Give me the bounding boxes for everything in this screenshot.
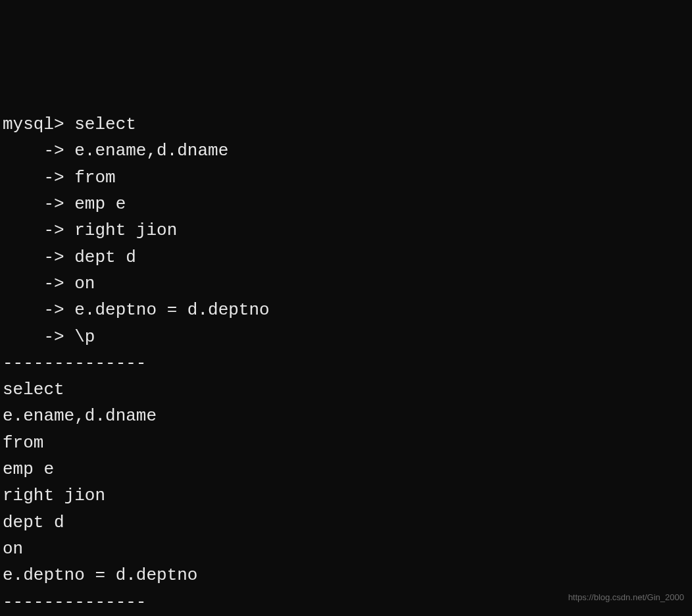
continuation-line: -> right jion <box>3 217 692 244</box>
sql-text: e.deptno = d.deptno <box>74 300 269 320</box>
sql-text: dept d <box>74 247 136 267</box>
output-line: from <box>3 430 692 456</box>
terminal-output: mysql> select -> e.ename,d.dname -> from… <box>3 111 692 615</box>
output-line: on <box>3 536 692 562</box>
continuation-line: -> \p <box>3 324 692 350</box>
output-line: e.deptno = d.deptno <box>3 562 692 588</box>
continuation-prompt: -> <box>3 168 74 188</box>
continuation-line: -> e.ename,d.dname <box>3 138 692 164</box>
continuation-line: -> on <box>3 270 692 297</box>
output-line: dept d <box>3 509 692 536</box>
sql-text: emp e <box>74 194 126 214</box>
continuation-prompt: -> <box>3 274 74 294</box>
output-line: emp e <box>3 456 692 482</box>
continuation-prompt: -> <box>3 220 74 240</box>
continuation-prompt: -> <box>3 247 74 267</box>
prompt-line: mysql> select <box>3 111 692 138</box>
continuation-line: -> from <box>3 165 692 191</box>
output-line: e.ename,d.dname <box>3 403 692 429</box>
output-line: select <box>3 376 692 403</box>
continuation-line: -> dept d <box>3 244 692 270</box>
mysql-prompt: mysql> <box>3 115 74 134</box>
continuation-prompt: -> <box>3 194 74 214</box>
continuation-line: -> emp e <box>3 191 692 217</box>
sql-text: select <box>74 115 136 134</box>
continuation-prompt: -> <box>3 141 74 161</box>
continuation-line: -> e.deptno = d.deptno <box>3 297 692 323</box>
sql-text: \p <box>74 327 95 347</box>
sql-text: right jion <box>74 220 177 240</box>
sql-text: e.ename,d.dname <box>74 141 228 161</box>
watermark-text: https://blog.csdn.net/Gin_2000 <box>568 591 684 604</box>
sql-text: from <box>74 168 115 188</box>
separator-line: -------------- <box>3 350 692 376</box>
continuation-prompt: -> <box>3 327 74 347</box>
sql-text: on <box>74 274 95 294</box>
output-line: right jion <box>3 482 692 509</box>
continuation-prompt: -> <box>3 300 74 320</box>
